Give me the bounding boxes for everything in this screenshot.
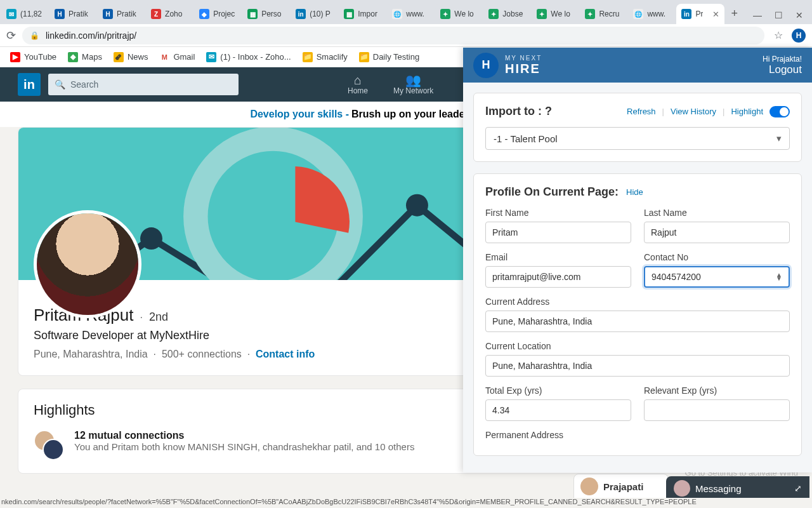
browser-tab[interactable]: ZZoho <box>146 4 194 24</box>
bookmark-item[interactable]: 🗞News <box>114 52 148 62</box>
bookmark-icon: 📁 <box>359 52 369 62</box>
avatar <box>580 478 598 495</box>
current-address-input[interactable]: Pune, Maharashtra, India <box>485 311 790 332</box>
extension-logo-icon: H <box>473 53 499 78</box>
messaging-chat-stub[interactable]: Prajapati <box>573 474 669 499</box>
browser-tab[interactable]: ✦We lo <box>435 4 483 24</box>
logout-link[interactable]: Logout <box>763 64 802 76</box>
home-icon: ⌂ <box>348 74 368 86</box>
favicon-icon: 🌐 <box>633 9 643 19</box>
bookmark-label: News <box>128 52 148 62</box>
close-tab-icon[interactable]: ✕ <box>712 10 719 19</box>
reload-button[interactable]: ⟳ <box>6 29 16 43</box>
bookmark-item[interactable]: 📁Smaclify <box>303 52 348 62</box>
last-name-input[interactable]: Rajput <box>644 222 790 243</box>
contact-info-link[interactable]: Contact info <box>256 349 315 359</box>
browser-tab[interactable]: ◆Projec <box>194 4 242 24</box>
bookmark-label: (1) - Inbox - Zoho... <box>220 52 291 62</box>
total-exp-label: Total Exp (yrs) <box>485 385 631 396</box>
tab-title: Jobse <box>502 10 523 18</box>
contact-input[interactable]: 9404574200 ▲▼ <box>644 266 790 288</box>
bookmark-icon: M <box>159 52 169 62</box>
browser-close-button[interactable]: ✕ <box>796 10 803 20</box>
browser-tab[interactable]: 🌐www. <box>387 4 435 24</box>
current-location-input[interactable]: Pune, Maharashtra, India <box>485 355 790 377</box>
network-icon: 👥 <box>393 74 433 86</box>
total-exp-input[interactable]: 4.34 <box>485 399 631 421</box>
bookmark-label: Daily Testing <box>373 52 419 62</box>
browser-tab[interactable]: HPratik <box>98 4 146 24</box>
profile-section-title: Profile On Current Page: <box>485 185 619 199</box>
browser-tab[interactable]: ✉(11,82 <box>1 4 49 24</box>
expand-icon[interactable]: ⤢ <box>794 483 802 493</box>
browser-tab[interactable]: in(10) P <box>291 4 339 24</box>
relevant-exp-input[interactable] <box>644 399 790 421</box>
browser-tab[interactable]: ▦Perso <box>242 4 291 24</box>
bookmark-icon: 📁 <box>303 52 313 62</box>
browser-tab[interactable]: ✦We lo <box>532 4 580 24</box>
highlight-label: Highlight <box>731 107 763 116</box>
svg-point-3 <box>406 194 428 217</box>
current-location-label: Current Location <box>485 341 790 351</box>
bookmark-item[interactable]: ✉(1) - Inbox - Zoho... <box>206 52 291 62</box>
bookmark-item[interactable]: ◆Maps <box>68 52 102 62</box>
refresh-link[interactable]: Refresh <box>627 107 656 116</box>
bookmark-item[interactable]: MGmail <box>159 52 195 62</box>
browser-tab[interactable]: ▦Impor <box>339 4 387 24</box>
bookmark-item[interactable]: 📁Daily Testing <box>359 52 419 62</box>
browser-tab[interactable]: inPr✕ <box>676 4 724 24</box>
tab-title: Impor <box>358 10 377 18</box>
hide-link[interactable]: Hide <box>626 187 643 197</box>
nav-home[interactable]: ⌂Home <box>348 74 368 95</box>
greeting-text: Hi Prajakta! <box>763 55 802 64</box>
linkedin-search[interactable]: 🔍 Search <box>48 74 239 95</box>
bookmark-icon: ◆ <box>68 52 78 62</box>
maximize-button[interactable]: ☐ <box>775 10 783 20</box>
degree-separator: · <box>140 312 143 323</box>
bookmark-label: Maps <box>82 52 102 62</box>
address-bar-row: ⟳ 🔒 linkedin.com/in/pritrajp/ ☆ H <box>0 24 812 47</box>
favicon-icon: ▦ <box>344 9 354 19</box>
view-history-link[interactable]: View History <box>671 107 716 116</box>
extension-badge[interactable]: H <box>792 29 806 43</box>
number-spinner-icon[interactable]: ▲▼ <box>776 273 782 281</box>
nav-network[interactable]: 👥My Network <box>393 74 433 95</box>
svg-point-1 <box>140 227 162 250</box>
talent-pool-select[interactable]: -1 - Talent Pool ▾ <box>485 127 790 150</box>
browser-tab[interactable]: HPratik <box>49 4 98 24</box>
favicon-icon: ✦ <box>537 9 547 19</box>
tab-title: www. <box>647 10 665 18</box>
tab-title: Pratik <box>69 10 88 18</box>
favicon-icon: 🌐 <box>392 9 402 19</box>
minimize-button[interactable]: — <box>753 10 762 20</box>
chevron-down-icon: ▾ <box>776 133 782 144</box>
tab-title: www. <box>406 10 424 18</box>
favicon-icon: ◆ <box>199 9 209 19</box>
lock-icon: 🔒 <box>30 31 39 40</box>
promo-link[interactable]: Develop your skills - <box>250 109 349 120</box>
first-name-input[interactable]: Pritam <box>485 222 631 243</box>
tab-title: Pratik <box>117 10 136 18</box>
bookmark-icon: 🗞 <box>114 52 124 62</box>
browser-tab[interactable]: ✦Jobse <box>483 4 532 24</box>
favicon-icon: ▦ <box>247 9 258 19</box>
omnibox[interactable]: 🔒 linkedin.com/in/pritrajp/ <box>22 27 764 44</box>
favicon-icon: ✦ <box>440 9 450 19</box>
contact-label: Contact No <box>644 252 790 262</box>
browser-tab[interactable]: ✦Recru <box>580 4 628 24</box>
browser-tab[interactable]: 🌐www. <box>628 4 676 24</box>
highlight-toggle[interactable] <box>769 106 790 117</box>
profile-avatar[interactable] <box>34 210 141 318</box>
messaging-overlay[interactable]: Messaging ⤢ <box>666 476 809 500</box>
linkedin-logo[interactable]: in <box>18 73 41 96</box>
bookmark-icon: ▶ <box>10 52 20 62</box>
search-placeholder: Search <box>70 79 98 90</box>
email-input[interactable]: pritamrajput@live.com <box>485 266 631 288</box>
connection-degree: 2nd <box>149 311 168 324</box>
bookmark-item[interactable]: ▶YouTube <box>10 52 56 62</box>
extension-brand: MY NEXT HIRE <box>505 55 542 76</box>
favicon-icon: in <box>681 9 691 19</box>
status-bar: nkedin.com/search/results/people/?facetN… <box>0 498 812 508</box>
new-tab-button[interactable]: + <box>724 7 744 24</box>
bookmark-star-icon[interactable]: ☆ <box>774 29 783 41</box>
